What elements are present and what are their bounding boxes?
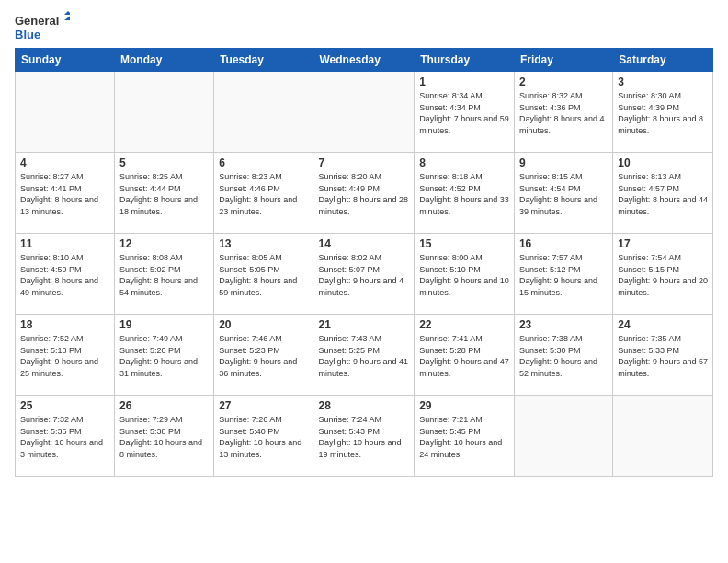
day-number: 9 xyxy=(519,155,608,170)
calendar-cell: 2Sunrise: 8:32 AM Sunset: 4:36 PM Daylig… xyxy=(514,72,612,153)
cell-content: Sunrise: 7:43 AM Sunset: 5:25 PM Dayligh… xyxy=(318,333,409,379)
cell-content: Sunrise: 8:32 AM Sunset: 4:36 PM Dayligh… xyxy=(519,90,608,136)
day-number: 21 xyxy=(318,317,409,332)
calendar-cell: 25Sunrise: 7:32 AM Sunset: 5:35 PM Dayli… xyxy=(16,396,115,477)
cell-content: Sunrise: 8:15 AM Sunset: 4:54 PM Dayligh… xyxy=(519,171,608,217)
calendar-cell: 19Sunrise: 7:49 AM Sunset: 5:20 PM Dayli… xyxy=(115,315,214,396)
day-number: 14 xyxy=(318,236,409,251)
calendar-cell: 6Sunrise: 8:23 AM Sunset: 4:46 PM Daylig… xyxy=(214,153,313,234)
calendar-table: SundayMondayTuesdayWednesdayThursdayFrid… xyxy=(15,48,713,477)
calendar-cell: 21Sunrise: 7:43 AM Sunset: 5:25 PM Dayli… xyxy=(313,315,415,396)
day-number: 19 xyxy=(119,317,209,332)
cell-content: Sunrise: 7:29 AM Sunset: 5:38 PM Dayligh… xyxy=(119,414,209,460)
day-number: 11 xyxy=(20,236,109,251)
day-number: 12 xyxy=(119,236,209,251)
calendar-cell: 17Sunrise: 7:54 AM Sunset: 5:15 PM Dayli… xyxy=(613,234,713,315)
day-number: 13 xyxy=(219,236,308,251)
calendar-cell xyxy=(16,72,115,153)
calendar-cell: 20Sunrise: 7:46 AM Sunset: 5:23 PM Dayli… xyxy=(214,315,313,396)
day-number: 2 xyxy=(519,75,608,89)
calendar-cell: 11Sunrise: 8:10 AM Sunset: 4:59 PM Dayli… xyxy=(16,234,115,315)
day-number: 18 xyxy=(20,317,109,332)
day-number: 7 xyxy=(318,155,409,170)
day-number: 5 xyxy=(119,155,209,170)
header: General Blue xyxy=(0,0,728,48)
day-number: 8 xyxy=(419,155,509,170)
calendar-cell xyxy=(313,72,415,153)
day-of-week-header: Wednesday xyxy=(313,49,415,72)
svg-marker-2 xyxy=(64,11,70,15)
calendar-cell xyxy=(115,72,214,153)
calendar-cell xyxy=(613,396,713,477)
calendar-cell: 29Sunrise: 7:21 AM Sunset: 5:45 PM Dayli… xyxy=(415,396,515,477)
cell-content: Sunrise: 8:02 AM Sunset: 5:07 PM Dayligh… xyxy=(318,252,409,298)
cell-content: Sunrise: 7:49 AM Sunset: 5:20 PM Dayligh… xyxy=(119,333,209,379)
day-number: 25 xyxy=(20,398,109,413)
calendar-cell: 1Sunrise: 8:34 AM Sunset: 4:34 PM Daylig… xyxy=(415,72,515,153)
day-number: 22 xyxy=(419,317,509,332)
cell-content: Sunrise: 8:18 AM Sunset: 4:52 PM Dayligh… xyxy=(419,171,509,217)
logo: General Blue xyxy=(15,11,70,44)
cell-content: Sunrise: 7:57 AM Sunset: 5:12 PM Dayligh… xyxy=(519,252,608,298)
calendar-cell: 14Sunrise: 8:02 AM Sunset: 5:07 PM Dayli… xyxy=(313,234,415,315)
cell-content: Sunrise: 8:05 AM Sunset: 5:05 PM Dayligh… xyxy=(219,252,308,298)
calendar-cell: 15Sunrise: 8:00 AM Sunset: 5:10 PM Dayli… xyxy=(415,234,515,315)
calendar-cell: 5Sunrise: 8:25 AM Sunset: 4:44 PM Daylig… xyxy=(115,153,214,234)
day-number: 4 xyxy=(20,155,109,170)
cell-content: Sunrise: 8:20 AM Sunset: 4:49 PM Dayligh… xyxy=(318,171,409,217)
day-of-week-header: Sunday xyxy=(16,49,115,72)
day-number: 1 xyxy=(419,75,509,89)
cell-content: Sunrise: 7:38 AM Sunset: 5:30 PM Dayligh… xyxy=(519,333,608,379)
day-number: 3 xyxy=(618,75,708,89)
cell-content: Sunrise: 8:08 AM Sunset: 5:02 PM Dayligh… xyxy=(119,252,209,298)
calendar-cell: 27Sunrise: 7:26 AM Sunset: 5:40 PM Dayli… xyxy=(214,396,313,477)
cell-content: Sunrise: 7:41 AM Sunset: 5:28 PM Dayligh… xyxy=(419,333,509,379)
cell-content: Sunrise: 8:23 AM Sunset: 4:46 PM Dayligh… xyxy=(219,171,308,217)
calendar-cell: 26Sunrise: 7:29 AM Sunset: 5:38 PM Dayli… xyxy=(115,396,214,477)
calendar-cell: 16Sunrise: 7:57 AM Sunset: 5:12 PM Dayli… xyxy=(514,234,612,315)
cell-content: Sunrise: 7:32 AM Sunset: 5:35 PM Dayligh… xyxy=(20,414,109,460)
calendar-cell: 24Sunrise: 7:35 AM Sunset: 5:33 PM Dayli… xyxy=(613,315,713,396)
calendar-cell: 3Sunrise: 8:30 AM Sunset: 4:39 PM Daylig… xyxy=(613,72,713,153)
calendar-cell: 12Sunrise: 8:08 AM Sunset: 5:02 PM Dayli… xyxy=(115,234,214,315)
cell-content: Sunrise: 8:00 AM Sunset: 5:10 PM Dayligh… xyxy=(419,252,509,298)
day-of-week-header: Thursday xyxy=(415,49,515,72)
cell-content: Sunrise: 8:34 AM Sunset: 4:34 PM Dayligh… xyxy=(419,90,509,136)
svg-text:General: General xyxy=(15,14,59,28)
cell-content: Sunrise: 8:27 AM Sunset: 4:41 PM Dayligh… xyxy=(20,171,109,217)
calendar-cell: 4Sunrise: 8:27 AM Sunset: 4:41 PM Daylig… xyxy=(16,153,115,234)
day-number: 16 xyxy=(519,236,608,251)
calendar-cell: 7Sunrise: 8:20 AM Sunset: 4:49 PM Daylig… xyxy=(313,153,415,234)
cell-content: Sunrise: 8:25 AM Sunset: 4:44 PM Dayligh… xyxy=(119,171,209,217)
calendar-cell xyxy=(214,72,313,153)
calendar-cell: 18Sunrise: 7:52 AM Sunset: 5:18 PM Dayli… xyxy=(16,315,115,396)
cell-content: Sunrise: 7:52 AM Sunset: 5:18 PM Dayligh… xyxy=(20,333,109,379)
cell-content: Sunrise: 8:10 AM Sunset: 4:59 PM Dayligh… xyxy=(20,252,109,298)
calendar-cell xyxy=(514,396,612,477)
calendar-cell: 10Sunrise: 8:13 AM Sunset: 4:57 PM Dayli… xyxy=(613,153,713,234)
cell-content: Sunrise: 7:26 AM Sunset: 5:40 PM Dayligh… xyxy=(219,414,308,460)
day-number: 23 xyxy=(519,317,608,332)
calendar-cell: 9Sunrise: 8:15 AM Sunset: 4:54 PM Daylig… xyxy=(514,153,612,234)
cell-content: Sunrise: 7:21 AM Sunset: 5:45 PM Dayligh… xyxy=(419,414,509,460)
cell-content: Sunrise: 7:46 AM Sunset: 5:23 PM Dayligh… xyxy=(219,333,308,379)
day-number: 24 xyxy=(618,317,708,332)
cell-content: Sunrise: 7:35 AM Sunset: 5:33 PM Dayligh… xyxy=(618,333,708,379)
svg-text:Blue: Blue xyxy=(15,28,40,41)
calendar-cell: 13Sunrise: 8:05 AM Sunset: 5:05 PM Dayli… xyxy=(214,234,313,315)
cell-content: Sunrise: 8:30 AM Sunset: 4:39 PM Dayligh… xyxy=(618,90,708,136)
cell-content: Sunrise: 7:54 AM Sunset: 5:15 PM Dayligh… xyxy=(618,252,708,298)
calendar-cell: 23Sunrise: 7:38 AM Sunset: 5:30 PM Dayli… xyxy=(514,315,612,396)
day-number: 17 xyxy=(618,236,708,251)
day-of-week-header: Monday xyxy=(115,49,214,72)
day-number: 26 xyxy=(119,398,209,413)
svg-marker-3 xyxy=(64,15,70,20)
day-of-week-header: Friday xyxy=(514,49,612,72)
cell-content: Sunrise: 7:24 AM Sunset: 5:43 PM Dayligh… xyxy=(318,414,409,460)
cell-content: Sunrise: 8:13 AM Sunset: 4:57 PM Dayligh… xyxy=(618,171,708,217)
calendar-cell: 22Sunrise: 7:41 AM Sunset: 5:28 PM Dayli… xyxy=(415,315,515,396)
day-number: 29 xyxy=(419,398,509,413)
day-number: 27 xyxy=(219,398,308,413)
day-of-week-header: Tuesday xyxy=(214,49,313,72)
day-number: 20 xyxy=(219,317,308,332)
